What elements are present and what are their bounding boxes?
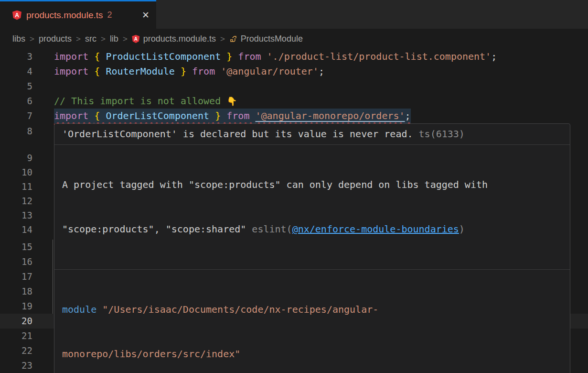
code-text-error: import { OrderListComponent } from '@ang… [54, 109, 411, 123]
code-line-3[interactable]: 3import { ProductListComponent } from '.… [0, 49, 588, 64]
line-number[interactable]: 23 [11, 358, 32, 373]
tab-products-module[interactable]: A products.module.ts 2 ✕ [0, 0, 156, 29]
line-number[interactable]: 3 [11, 49, 32, 64]
line-number[interactable]: 4 [11, 64, 32, 79]
breadcrumb-separator: > [101, 34, 106, 44]
close-icon[interactable]: ✕ [142, 10, 150, 21]
token: } [209, 110, 221, 121]
breadcrumb-item-products[interactable]: products [39, 34, 72, 44]
eslint-rule-link[interactable]: @nx/enforce-module-boundaries [292, 223, 459, 235]
token: '@angular/router' [221, 66, 319, 77]
code-line-7[interactable]: 7import { OrderListComponent } from '@an… [0, 109, 588, 123]
token: 👇 [226, 96, 237, 106]
tab-bar: A products.module.ts 2 ✕ [0, 0, 588, 29]
breadcrumb-item-src[interactable]: src [85, 34, 96, 44]
tab-problem-count: 2 [107, 10, 112, 20]
class-symbol-icon [229, 35, 237, 43]
line-number[interactable]: 10 [11, 165, 32, 180]
breadcrumb-item-lib[interactable]: lib [110, 34, 118, 44]
token: import [54, 110, 94, 121]
breadcrumb-item-file[interactable]: A products.module.ts [132, 34, 216, 44]
breadcrumb-separator: > [123, 34, 128, 44]
token: OrderListComponent [106, 110, 209, 121]
token: import [54, 51, 94, 62]
error-hover-tooltip: 'OrderListComponent' is declared but its… [54, 123, 570, 373]
line-number[interactable]: 20 [11, 314, 32, 329]
token: } [175, 66, 186, 77]
line-number[interactable]: 12 [11, 194, 32, 208]
token: from [186, 66, 221, 77]
token: // This import is not allowed [54, 95, 226, 107]
token: from [221, 110, 255, 121]
line-number[interactable]: 14 [11, 222, 32, 237]
code-line-6[interactable]: 6// This import is not allowed 👇 [0, 94, 588, 109]
editor[interactable]: 3import { ProductListComponent } from '.… [0, 49, 588, 373]
line-number[interactable]: 16 [11, 254, 32, 269]
ts-error-code: ts(6133) [413, 128, 465, 140]
line-number[interactable]: 22 [11, 343, 32, 358]
token: ; [405, 110, 411, 121]
breadcrumb-separator: > [30, 34, 34, 44]
line-number[interactable]: 9 [11, 151, 32, 165]
breadcrumb-item-symbol[interactable]: ProductsModule [229, 34, 303, 44]
line-number[interactable]: 18 [11, 284, 32, 299]
token: import [54, 66, 94, 77]
token: RouterModule [106, 66, 175, 77]
hover-ts-error: 'OrderListComponent' is declared but its… [54, 124, 570, 145]
line-number[interactable]: 11 [11, 179, 32, 194]
line-number[interactable]: 6 [11, 94, 32, 109]
line-number[interactable]: 15 [11, 240, 32, 254]
code-text: // This import is not allowed 👇 [54, 94, 237, 109]
line-number[interactable]: 5 [11, 79, 32, 94]
code-text: import { RouterModule } from '@angular/r… [54, 64, 324, 79]
code-text: import { ProductListComponent } from './… [54, 49, 497, 64]
token: { [94, 66, 106, 77]
breadcrumb: libs > products > src > lib > A products… [0, 29, 588, 49]
code-line-5[interactable]: 5 [0, 79, 588, 94]
breadcrumb-separator: > [76, 34, 81, 44]
code-line-4[interactable]: 4import { RouterModule } from '@angular/… [0, 64, 588, 79]
breadcrumb-item-libs[interactable]: libs [12, 34, 25, 44]
angular-icon: A [12, 11, 21, 20]
hover-module-path: module "/Users/isaac/Documents/code/nx-r… [54, 270, 570, 373]
token: } [221, 51, 232, 62]
token: from [232, 51, 267, 62]
tab-title: products.module.ts [26, 10, 103, 21]
token: { [94, 51, 106, 62]
line-number[interactable]: 7 [11, 109, 32, 123]
angular-icon: A [132, 35, 140, 43]
token: ProductListComponent [106, 51, 221, 62]
token: { [94, 110, 106, 121]
line-number[interactable]: 19 [11, 299, 32, 314]
line-number[interactable]: 13 [11, 208, 32, 223]
token: '@angular-monorepo/orders' [255, 110, 405, 121]
line-number[interactable]: 21 [11, 329, 32, 343]
token: ; [319, 66, 324, 77]
line-number[interactable]: 8 [11, 124, 32, 139]
hover-eslint-error: A project tagged with "scope:products" c… [54, 145, 570, 270]
token: ; [491, 51, 497, 62]
line-number[interactable]: 17 [11, 269, 32, 284]
breadcrumb-separator: > [220, 34, 225, 44]
token: './product-list/product-list.component' [267, 51, 492, 62]
